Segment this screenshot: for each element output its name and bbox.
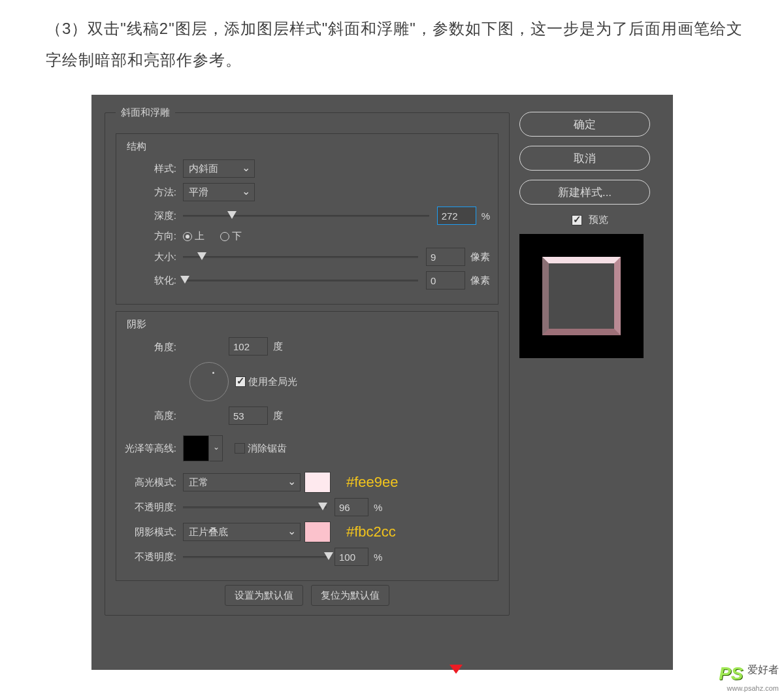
structure-title: 结构 xyxy=(124,141,490,153)
angle-unit: 度 xyxy=(273,340,283,353)
watermark-cn: 爱好者 xyxy=(747,664,779,675)
preview-bevel-sample xyxy=(542,257,621,335)
shadow-opacity-unit: % xyxy=(374,552,382,563)
highlight-color-swatch[interactable] xyxy=(304,472,331,493)
shading-title: 阴影 xyxy=(124,318,490,331)
tutorial-paragraph: （3）双击"线稿2"图层，添加图层样式"斜面和浮雕"，参数如下图，这一步是为了后… xyxy=(0,0,784,95)
layer-style-dialog: 斜面和浮雕 结构 样式: 内斜面 方法: 平滑 深度: % xyxy=(91,95,673,670)
altitude-input[interactable] xyxy=(229,406,268,425)
preview-area xyxy=(519,234,644,358)
shadow-opacity-label: 不透明度: xyxy=(124,551,183,563)
size-label: 大小: xyxy=(124,251,183,263)
structure-group: 结构 样式: 内斜面 方法: 平滑 深度: % 方向: xyxy=(116,133,498,305)
direction-down-radio[interactable] xyxy=(220,232,229,241)
preview-label: 预览 xyxy=(589,214,608,226)
direction-up-label: 上 xyxy=(195,230,204,242)
technique-label: 方法: xyxy=(124,186,183,199)
arrow-down-icon xyxy=(449,665,463,674)
shadow-opacity-input[interactable] xyxy=(335,548,368,566)
global-light-label: 使用全局光 xyxy=(248,376,297,388)
angle-wheel[interactable] xyxy=(189,362,229,401)
watermark-url: www.psahz.com xyxy=(719,684,779,692)
style-dropdown[interactable]: 内斜面 xyxy=(183,159,255,178)
shadow-color-swatch[interactable] xyxy=(304,522,331,542)
direction-label: 方向: xyxy=(124,230,183,242)
depth-unit: % xyxy=(482,210,490,222)
technique-dropdown[interactable]: 平滑 xyxy=(183,183,255,201)
soften-label: 软化: xyxy=(124,274,183,287)
bevel-emboss-fieldset: 斜面和浮雕 结构 样式: 内斜面 方法: 平滑 深度: % xyxy=(105,107,510,616)
gloss-contour-picker[interactable] xyxy=(183,435,209,461)
shadow-mode-dropdown[interactable]: 正片叠底 xyxy=(183,523,301,541)
size-unit: 像素 xyxy=(470,251,490,263)
angle-label: 角度: xyxy=(124,337,183,354)
highlight-opacity-label: 不透明度: xyxy=(124,501,183,514)
watermark: PS 爱好者 www.psahz.com xyxy=(719,663,779,692)
new-style-button[interactable]: 新建样式... xyxy=(519,180,650,205)
altitude-label: 高度: xyxy=(124,410,183,422)
ok-button[interactable]: 确定 xyxy=(519,112,650,137)
depth-slider[interactable] xyxy=(183,209,429,222)
altitude-unit: 度 xyxy=(273,410,283,422)
shadow-color-annotation: #fbc2cc xyxy=(346,523,396,540)
preview-checkbox[interactable] xyxy=(572,215,582,225)
antialias-checkbox[interactable] xyxy=(235,443,245,454)
watermark-logo: PS xyxy=(719,663,743,684)
depth-input[interactable] xyxy=(437,207,476,225)
soften-input[interactable] xyxy=(426,271,465,290)
soften-slider[interactable] xyxy=(183,274,418,287)
direction-up-radio[interactable] xyxy=(183,232,192,241)
size-input[interactable] xyxy=(426,248,465,266)
direction-down-label: 下 xyxy=(232,230,242,242)
soften-unit: 像素 xyxy=(470,274,490,287)
size-slider[interactable] xyxy=(183,250,418,263)
gloss-contour-label: 光泽等高线: xyxy=(124,442,183,455)
highlight-color-annotation: #fee9ee xyxy=(346,474,399,491)
make-default-button[interactable]: 设置为默认值 xyxy=(225,585,303,606)
angle-input[interactable] xyxy=(229,337,268,356)
gloss-contour-dropdown[interactable] xyxy=(210,435,223,461)
highlight-mode-label: 高光模式: xyxy=(124,476,183,489)
cancel-button[interactable]: 取消 xyxy=(519,146,650,171)
highlight-opacity-input[interactable] xyxy=(335,498,368,516)
reset-default-button[interactable]: 复位为默认值 xyxy=(311,585,389,606)
antialias-label: 消除锯齿 xyxy=(248,442,287,455)
highlight-opacity-slider[interactable] xyxy=(183,501,327,514)
highlight-opacity-unit: % xyxy=(374,502,382,513)
shadow-mode-label: 阴影模式: xyxy=(124,526,183,539)
highlight-mode-dropdown[interactable]: 正常 xyxy=(183,473,301,491)
shadow-opacity-slider[interactable] xyxy=(183,550,327,563)
style-label: 样式: xyxy=(124,163,183,175)
global-light-checkbox[interactable] xyxy=(235,376,246,387)
depth-label: 深度: xyxy=(124,210,183,222)
shading-group: 阴影 角度: 度 使用全局光 xyxy=(116,311,498,581)
fieldset-title: 斜面和浮雕 xyxy=(116,107,175,119)
